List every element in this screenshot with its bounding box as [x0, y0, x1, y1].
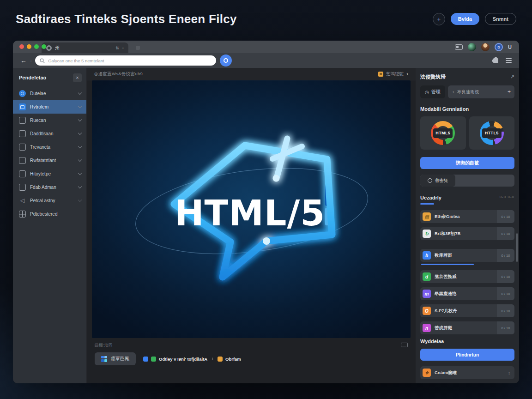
generate-button[interactable]: 陝街的自被 — [420, 157, 514, 169]
window-body: Pendefetao × Dutelae Rvtrolem Ruecan — [13, 68, 519, 383]
main-topbar: ◎遏宦置Ws&份悦宙ub9 芝鴻隠鴕 › — [87, 68, 416, 80]
extensions-icon[interactable] — [493, 58, 498, 63]
sidebar-item-label: Dutelae — [30, 91, 74, 96]
avatar-workspace[interactable] — [468, 43, 476, 51]
sidebar-header: Pendefetao × — [13, 72, 86, 83]
sidebar-close-button[interactable]: × — [73, 73, 82, 82]
canvas-preview[interactable]: HTML/5 — [92, 80, 411, 338]
new-tab-button[interactable] — [136, 46, 140, 50]
secondary-action-button[interactable]: Snmnt — [485, 13, 516, 25]
browser-tab[interactable]: 州 ⇅ ◦ — [42, 42, 128, 53]
layers-header: Uezadrly 0-0 0-0 — [420, 195, 514, 205]
avatar-user[interactable] — [481, 43, 490, 51]
close-window-button[interactable] — [19, 44, 24, 49]
search-input[interactable] — [48, 58, 212, 63]
manage-button[interactable]: ◷ 管理 — [420, 85, 445, 98]
guest-profile-icon[interactable]: U — [508, 44, 512, 50]
back-icon[interactable]: ← — [20, 57, 27, 64]
tab-audio-icon[interactable]: ◦ — [122, 46, 124, 50]
footer-meta-text: Odtley v I9ni' tofjdilaitA — [159, 357, 207, 362]
clock-icon: ◷ — [425, 90, 429, 95]
layer-label: Rrt和3E初7B — [435, 231, 493, 237]
sidebar-item-hitoytetpe[interactable]: Hitoytetpe — [13, 167, 86, 181]
publish-button[interactable]: Plindnrtun — [420, 349, 514, 361]
tab-group-icon[interactable] — [455, 44, 463, 50]
browser-window: 州 ⇅ ◦ D U ← : — [13, 41, 519, 383]
sidebar-item-label: Pdtebestered — [30, 212, 81, 217]
panel-scrollbar[interactable] — [516, 233, 518, 262]
browser-urlbar: ← : — [13, 53, 519, 68]
layer-row[interactable]: m 昂黑瘦邊艳 0 / 10 — [420, 287, 514, 300]
layer-meta: 0 / 10 — [497, 304, 514, 317]
layer-meta: 0 / 10 — [497, 270, 514, 283]
apps-button[interactable]: 凛覃邑鳳 — [95, 352, 136, 365]
page-header: Sadtiraes Tinteks Sjoents Eneen Filcy + … — [0, 0, 532, 38]
sidebar-item-pdtebestered[interactable]: Pdtebestered — [13, 207, 86, 221]
layer-glyph: b — [425, 253, 428, 258]
sidebar-item-label: Rvtrolem — [30, 104, 74, 109]
sidebar-item-label: Trevancta — [30, 145, 74, 150]
sort-icon[interactable]: ↕ — [508, 370, 510, 375]
chevron-down-icon — [78, 198, 82, 202]
plus-separator: + — [211, 357, 214, 362]
layer-row[interactable]: ▤ Eth杂Giotea 0 / 10 — [420, 210, 514, 223]
topbar-link[interactable]: 芝鴻隠鴕 › — [378, 71, 408, 77]
zoom-window-button[interactable] — [34, 44, 39, 49]
section-generation-title: Modabili Genniation — [420, 106, 514, 112]
source-blue-icon — [143, 357, 148, 362]
sidebar-item-ruecan[interactable]: Ruecan — [13, 114, 86, 127]
apps-button-label: 凛覃邑鳳 — [111, 356, 129, 362]
expand-icon[interactable]: ↗ — [510, 74, 514, 80]
tab-sort-icon[interactable]: ⇅ — [115, 46, 119, 50]
right-panel: 法侵贅筑帰 ↗ ◷ 管理 ◔ 布良速衛視 + Modabili Genniati… — [416, 68, 519, 383]
layer-meta: 0 / 10 — [497, 321, 514, 334]
sidebar-item-rvtrolem[interactable]: Rvtrolem — [13, 100, 86, 114]
layer-meta: 0 / 10 — [497, 287, 514, 300]
layer-row[interactable]: O S.P7几枚丹 0 / 10 — [420, 304, 514, 317]
keyboard-icon[interactable] — [401, 343, 408, 347]
layer-row-active[interactable]: b 数库牌斑 0 / 10 — [420, 249, 514, 262]
sidebar-item-daddtlsaan[interactable]: Daddtlsaan — [13, 127, 86, 140]
preview-toggle-button[interactable]: 普密凭 — [420, 175, 455, 187]
source-orange-icon — [218, 357, 223, 362]
menu-icon[interactable] — [506, 60, 512, 61]
sidebar-item-trevancta[interactable]: Trevancta — [13, 140, 86, 154]
extra-window-button[interactable] — [42, 44, 46, 49]
window-controls — [19, 44, 46, 49]
layer-row[interactable]: d 亟京丟挽威 0 / 10 — [420, 270, 514, 283]
layers-title: Uezadrly — [420, 195, 441, 205]
layer-glyph: O — [425, 308, 429, 314]
bottom-resource-row[interactable]: ❖ Cnámi脆唯 ↕ — [420, 366, 514, 379]
add-icon[interactable]: + — [508, 89, 511, 95]
go-button[interactable] — [220, 54, 232, 66]
profile-badge[interactable]: D — [495, 43, 503, 51]
layer-row[interactable]: n 苦成胖斑 0 / 10 — [420, 321, 514, 334]
sidebar-item-dutelae[interactable]: Dutelae — [13, 87, 86, 100]
tab-favicon-icon — [46, 45, 52, 51]
panel-icon — [19, 170, 26, 177]
chevron-down-icon — [78, 131, 82, 135]
sidebar-item-fdab-adman[interactable]: Fdab Adman — [13, 181, 86, 194]
globe-icon — [19, 90, 26, 97]
logo-variant-card-1[interactable]: HTML5 — [420, 116, 466, 150]
sidebar-item-petcal-astny[interactable]: ◁ Petcal astny — [13, 194, 86, 207]
logo-variant-card-2[interactable]: HTTL5 — [469, 116, 515, 150]
card-label: HTTL5 — [482, 128, 502, 138]
urlbar-right-icons — [493, 58, 512, 63]
url-search-bar[interactable] — [35, 55, 216, 66]
topbar-link-label: 芝鴻隠鴕 — [386, 71, 404, 77]
card-label: HTML5 — [433, 128, 453, 138]
sidebar-item-rwfatatrtiant[interactable]: Rwfatatrtiant — [13, 154, 86, 167]
section-variables-title: Wyddelaa — [420, 339, 514, 344]
template-icon — [378, 72, 383, 77]
new-icon-button[interactable]: + — [433, 13, 445, 25]
layer-row[interactable]: ↻ Rrt和3E初7B 0 / 10 — [420, 227, 514, 240]
layer-label: Eth杂Giotea — [435, 214, 493, 220]
model-select-field[interactable]: ◔ 布良速衛視 + — [448, 85, 514, 98]
sidebar-item-label: Ruecan — [30, 118, 74, 123]
resource-icon: ❖ — [423, 369, 431, 377]
minimize-window-button[interactable] — [27, 44, 31, 49]
primary-action-button[interactable]: Bvlda — [451, 13, 479, 25]
panel-controls: ◷ 管理 ◔ 布良速衛視 + — [420, 85, 514, 98]
forward-icon[interactable]: : — [30, 59, 31, 63]
